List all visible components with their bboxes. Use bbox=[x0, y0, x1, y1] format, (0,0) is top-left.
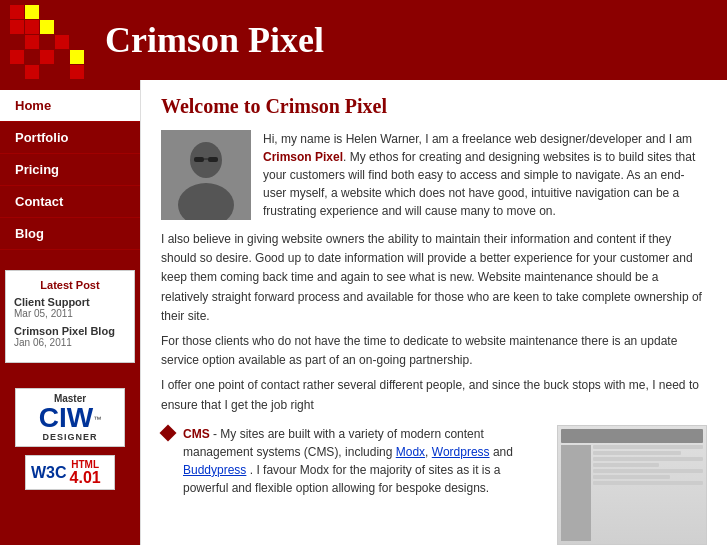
para2: I also believe in giving website owners … bbox=[161, 230, 707, 326]
ciw-designer-text: DESIGNER bbox=[22, 432, 118, 442]
feature-text-cms: CMS - My sites are built with a variety … bbox=[183, 425, 539, 497]
svg-rect-4 bbox=[208, 157, 218, 162]
buddypress-link[interactable]: Buddypress bbox=[183, 463, 246, 477]
post-title-2[interactable]: Crimson Pixel Blog bbox=[14, 325, 126, 337]
thumb-line7 bbox=[593, 481, 703, 485]
sidebar-item-home[interactable]: Home bbox=[0, 90, 140, 122]
thumb-inner bbox=[558, 426, 706, 544]
body-text: I also believe in giving website owners … bbox=[161, 230, 707, 415]
svg-rect-3 bbox=[194, 157, 204, 162]
w3c-text: W3C bbox=[31, 464, 67, 482]
post-entry-2: Crimson Pixel Blog Jan 06, 2011 bbox=[14, 325, 126, 348]
logo-mosaic bbox=[10, 5, 90, 75]
sidebar-item-portfolio[interactable]: Portfolio bbox=[0, 122, 140, 154]
intro-text: Hi, my name is Helen Warner, I am a free… bbox=[263, 130, 707, 220]
crimson-pixel-link[interactable]: Crimson Pixel bbox=[263, 150, 343, 164]
thumb-main bbox=[593, 445, 703, 541]
ciw-tm: ™ bbox=[93, 415, 101, 424]
bullet-cms bbox=[161, 426, 175, 440]
site-title: Crimson Pixel bbox=[105, 19, 324, 61]
header: Crimson Pixel bbox=[0, 0, 727, 80]
page-title: Welcome to Crimson Pixel bbox=[161, 95, 707, 118]
para4: I offer one point of contact rather seve… bbox=[161, 376, 707, 414]
thumb-line2 bbox=[593, 451, 681, 455]
post-entry-1: Client Support Mar 05, 2011 bbox=[14, 296, 126, 319]
html-version: 4.01 bbox=[70, 470, 101, 486]
sidebar-item-contact[interactable]: Contact bbox=[0, 186, 140, 218]
main-content: Welcome to Crimson Pixel bbox=[140, 80, 727, 545]
latest-post-box: Latest Post Client Support Mar 05, 2011 … bbox=[5, 270, 135, 363]
post-date-1: Mar 05, 2011 bbox=[14, 308, 126, 319]
thumb-sidebar bbox=[561, 445, 591, 541]
thumb-line3 bbox=[593, 457, 703, 461]
wordpress-link[interactable]: Wordpress bbox=[432, 445, 490, 459]
ciw-letters: CIW bbox=[39, 402, 93, 433]
thumb-content bbox=[561, 445, 703, 541]
post-date-2: Jan 06, 2011 bbox=[14, 337, 126, 348]
feature-cms: CMS - My sites are built with a variety … bbox=[161, 425, 707, 545]
para3: For those clients who do not have the ti… bbox=[161, 332, 707, 370]
latest-post-heading: Latest Post bbox=[14, 279, 126, 291]
thumb-line5 bbox=[593, 469, 703, 473]
screenshot-thumb bbox=[557, 425, 707, 545]
sidebar-item-blog[interactable]: Blog bbox=[0, 218, 140, 250]
post-title-1[interactable]: Client Support bbox=[14, 296, 126, 308]
thumb-line6 bbox=[593, 475, 670, 479]
sidebar: Home Portfolio Pricing Contact Blog Late… bbox=[0, 80, 140, 545]
features-list: CMS - My sites are built with a variety … bbox=[161, 425, 707, 545]
profile-photo bbox=[161, 130, 251, 220]
modx-link[interactable]: Modx bbox=[396, 445, 425, 459]
sidebar-badges: Master CIW™ DESIGNER W3C HTML 4.01 bbox=[0, 383, 140, 495]
feature-label-cms: CMS bbox=[183, 427, 210, 441]
thumb-line1 bbox=[593, 445, 703, 449]
intro-section: Hi, my name is Helen Warner, I am a free… bbox=[161, 130, 707, 220]
thumb-line4 bbox=[593, 463, 659, 467]
nav-menu: Home Portfolio Pricing Contact Blog bbox=[0, 80, 140, 250]
html-badge: HTML 4.01 bbox=[70, 459, 101, 486]
thumb-header bbox=[561, 429, 703, 443]
ciw-badge: Master CIW™ DESIGNER bbox=[15, 388, 125, 447]
photo-svg bbox=[161, 130, 251, 220]
photo-placeholder bbox=[161, 130, 251, 220]
sidebar-item-pricing[interactable]: Pricing bbox=[0, 154, 140, 186]
w3c-badge: W3C HTML 4.01 bbox=[25, 455, 115, 490]
content-area: Home Portfolio Pricing Contact Blog Late… bbox=[0, 80, 727, 545]
